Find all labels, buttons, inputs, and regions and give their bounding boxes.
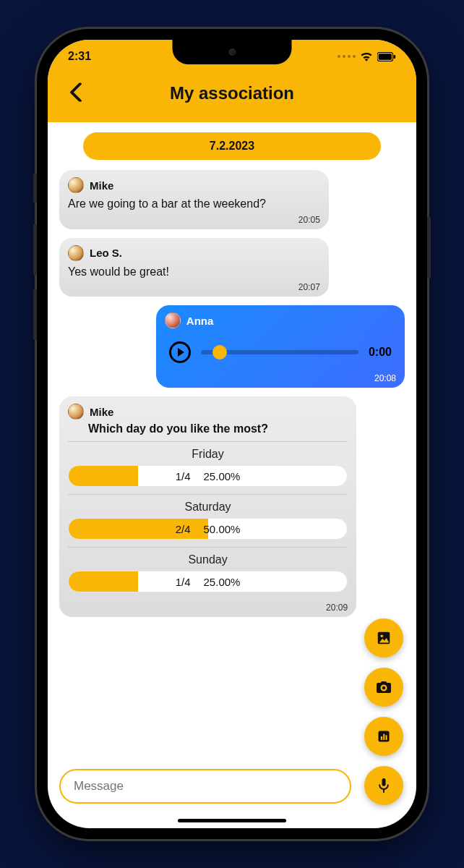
sender-name: Leo S. [90, 247, 122, 259]
voice-message-bubble[interactable]: Anna 0:00 20:08 [156, 305, 405, 388]
message-time: 20:07 [68, 282, 320, 292]
chart-icon [377, 729, 391, 744]
svg-rect-7 [381, 736, 382, 740]
page-title: My association [170, 83, 294, 103]
avatar [68, 404, 84, 420]
side-button [33, 289, 37, 340]
phone-frame: 2:31 My association 7.2.2023 [37, 29, 427, 839]
poll-question: Which day do you like the most? [68, 422, 348, 435]
camera-icon [375, 678, 392, 696]
screen: 2:31 My association 7.2.2023 [48, 40, 416, 828]
message-time: 20:09 [68, 603, 348, 613]
poll-option[interactable]: Saturday 2/4 50.00% [68, 494, 348, 547]
svg-point-4 [380, 634, 383, 637]
cellular-icon [338, 55, 356, 58]
poll-count: 1/4 [176, 470, 191, 482]
sender-name: Mike [90, 406, 113, 418]
chat-content[interactable]: 7.2.2023 Mike Are we going to a bar at t… [48, 122, 416, 828]
audio-duration: 0:00 [369, 346, 392, 359]
gallery-button[interactable] [364, 618, 403, 658]
sender-name: Anna [186, 315, 214, 327]
poll-pct: 50.00% [204, 523, 241, 535]
side-button [33, 174, 37, 203]
svg-rect-1 [379, 54, 392, 60]
chevron-left-icon [69, 83, 82, 102]
sender-name: Mike [90, 179, 113, 192]
poll-count: 1/4 [176, 576, 191, 588]
message-time: 20:05 [68, 215, 320, 225]
poll-bar: 2/4 50.00% [68, 518, 348, 540]
battery-icon [377, 52, 396, 61]
poll-option-label: Friday [68, 448, 348, 461]
poll-button[interactable] [364, 717, 403, 756]
audio-track[interactable] [201, 350, 358, 354]
poll-pct: 25.00% [204, 470, 241, 482]
svg-rect-2 [394, 54, 396, 58]
mic-button[interactable] [364, 766, 403, 805]
poll-pct: 25.00% [204, 576, 241, 588]
camera-button[interactable] [364, 668, 403, 707]
message-text: Are we going to a bar at the weekend? [68, 196, 320, 212]
fab-column [364, 618, 403, 805]
side-button [427, 217, 431, 278]
avatar [165, 312, 181, 328]
avatar [68, 177, 84, 193]
message-text: Yes would be great! [68, 264, 320, 280]
svg-rect-8 [383, 734, 384, 740]
home-indicator[interactable] [178, 819, 286, 822]
header: My association [48, 67, 416, 122]
image-icon [376, 630, 392, 646]
notch [173, 40, 292, 64]
play-button[interactable] [169, 341, 191, 363]
poll-bubble[interactable]: Mike Which day do you like the most? Fri… [59, 396, 356, 617]
poll-count: 2/4 [176, 523, 191, 535]
avatar [68, 245, 84, 261]
message-bubble[interactable]: Leo S. Yes would be great! 20:07 [59, 238, 329, 297]
svg-rect-10 [382, 778, 386, 786]
message-time: 20:08 [165, 373, 396, 383]
side-button [33, 224, 37, 275]
svg-point-5 [382, 686, 386, 690]
message-bubble[interactable]: Mike Are we going to a bar at the weeken… [59, 170, 329, 229]
back-button[interactable] [64, 80, 88, 105]
audio-thumb[interactable] [212, 345, 227, 359]
wifi-icon [360, 51, 373, 61]
svg-rect-9 [386, 735, 387, 740]
poll-option-label: Sunday [68, 553, 348, 566]
mic-icon [377, 777, 391, 794]
poll-option-label: Saturday [68, 501, 348, 514]
poll-option[interactable]: Sunday 1/4 25.00% [68, 547, 348, 600]
poll-option[interactable]: Friday 1/4 25.00% [68, 441, 348, 494]
date-chip: 7.2.2023 [83, 132, 380, 160]
status-time: 2:31 [68, 50, 91, 63]
message-input[interactable] [59, 769, 351, 804]
poll-bar: 1/4 25.00% [68, 465, 348, 487]
poll-bar: 1/4 25.00% [68, 571, 348, 592]
